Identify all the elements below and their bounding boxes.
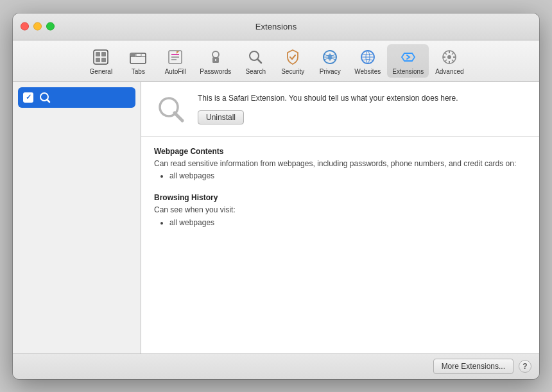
autofill-icon <box>165 47 185 67</box>
permission-list-item: all webpages <box>169 218 526 227</box>
extension-details: This is a Safari Extension. You should t… <box>198 92 526 124</box>
toolbar: General Tabs <box>13 40 539 82</box>
tabs-icon <box>128 47 148 67</box>
uninstall-button[interactable]: Uninstall <box>198 110 244 124</box>
general-icon <box>91 47 111 67</box>
tab-websites[interactable]: Websites <box>349 44 386 78</box>
permission-list-history: all webpages <box>154 218 526 227</box>
main-content: ✓ MALWARETIPS <box>13 82 539 354</box>
svg-line-31 <box>452 60 454 62</box>
advanced-icon <box>439 47 460 67</box>
more-extensions-button[interactable]: More Extensions... <box>433 359 513 374</box>
search-icon <box>245 47 266 67</box>
tab-autofill[interactable]: AutoFill <box>157 44 193 78</box>
svg-point-13 <box>212 51 219 58</box>
minimize-button[interactable] <box>33 22 42 31</box>
svg-line-30 <box>445 53 447 55</box>
websites-label: Websites <box>354 69 381 75</box>
permission-list-item: all webpages <box>169 171 526 180</box>
general-label: General <box>90 69 113 75</box>
maximize-button[interactable] <box>46 22 55 31</box>
window-controls <box>21 22 55 31</box>
checkmark-icon: ✓ <box>26 94 31 101</box>
privacy-icon <box>320 47 340 67</box>
tab-security[interactable]: Security <box>275 44 311 78</box>
detail-panel: MALWARETIPS This is a Safari Extension. … <box>141 82 539 354</box>
sidebar-ext-icon <box>39 91 51 104</box>
svg-line-35 <box>47 99 49 102</box>
tab-tabs[interactable]: Tabs <box>120 44 156 78</box>
websites-icon <box>358 47 378 67</box>
passwords-label: Passwords <box>200 69 231 75</box>
extension-icon <box>154 92 187 126</box>
svg-line-19 <box>292 55 295 59</box>
titlebar: Extensions <box>13 13 539 40</box>
passwords-icon <box>205 47 226 67</box>
autofill-label: AutoFill <box>165 69 186 75</box>
svg-line-32 <box>452 53 454 55</box>
extension-description: This is a Safari Extension. You should t… <box>198 92 526 104</box>
close-button[interactable] <box>21 22 29 31</box>
help-button[interactable]: ? <box>519 360 531 373</box>
extension-info-section: This is a Safari Extension. You should t… <box>141 82 539 137</box>
svg-rect-6 <box>130 53 135 56</box>
permission-list-webpage: all webpages <box>154 171 526 180</box>
footer: More Extensions... ? <box>13 354 539 379</box>
tab-extensions[interactable]: Extensions <box>387 44 429 78</box>
svg-line-33 <box>445 60 447 62</box>
svg-rect-3 <box>96 58 100 62</box>
svg-line-17 <box>257 59 261 63</box>
svg-point-25 <box>447 55 451 59</box>
svg-line-37 <box>175 113 182 121</box>
extensions-label: Extensions <box>392 69 424 75</box>
advanced-label: Advanced <box>435 69 463 75</box>
sidebar: ✓ <box>13 82 141 354</box>
sidebar-item-search-ext[interactable]: ✓ <box>18 87 135 108</box>
safari-preferences-window: Extensions General <box>13 13 539 379</box>
tab-passwords[interactable]: Passwords <box>194 44 236 78</box>
security-icon <box>282 47 303 67</box>
tab-general[interactable]: General <box>83 44 119 78</box>
permission-group-webpage: Webpage Contents Can read sensitive info… <box>154 147 526 181</box>
search-label: Search <box>245 69 266 75</box>
permission-desc-history: Can see when you visit: <box>154 205 526 216</box>
svg-rect-4 <box>101 58 106 62</box>
extensions-icon <box>398 47 418 67</box>
extension-checkbox[interactable]: ✓ <box>23 92 33 103</box>
tab-advanced[interactable]: Advanced <box>430 44 469 78</box>
svg-rect-2 <box>101 52 106 56</box>
svg-rect-1 <box>96 52 100 56</box>
permission-group-history: Browsing History Can see when you visit:… <box>154 193 526 227</box>
permissions-section: Webpage Contents Can read sensitive info… <box>141 137 539 354</box>
tabs-label: Tabs <box>132 69 145 75</box>
tab-search[interactable]: Search <box>237 44 273 78</box>
permission-title-history: Browsing History <box>154 193 526 202</box>
permission-title-webpage: Webpage Contents <box>154 147 526 156</box>
privacy-label: Privacy <box>320 69 341 75</box>
tab-privacy[interactable]: Privacy <box>312 44 348 78</box>
window-title: Extensions <box>255 22 297 31</box>
security-label: Security <box>281 69 304 75</box>
permission-desc-webpage: Can read sensitive information from webp… <box>154 158 526 169</box>
